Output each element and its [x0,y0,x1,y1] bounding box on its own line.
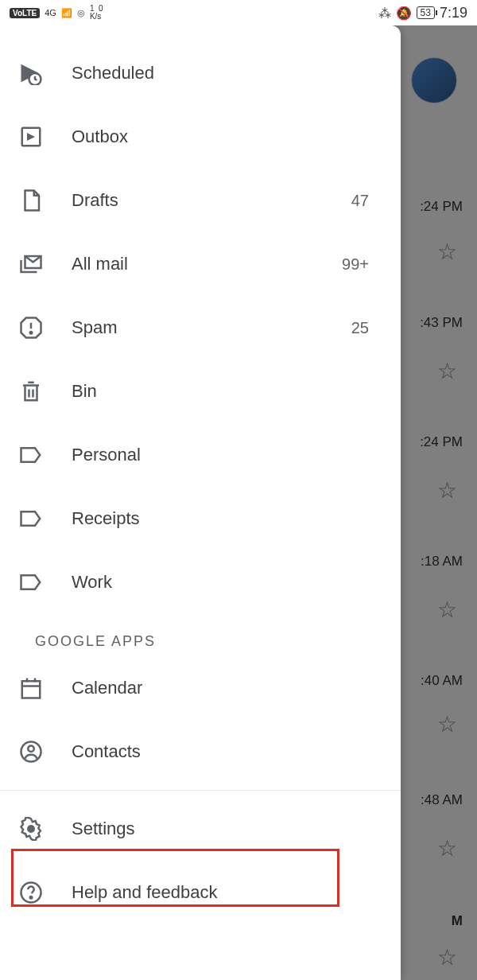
svg-point-4 [30,332,33,334]
navigation-drawer: Sent Scheduled Outbox Drafts 47 All mail… [0,25,401,980]
sidebar-item-spam[interactable]: Spam 25 [0,296,401,360]
sidebar-item-outbox[interactable]: Outbox [0,105,401,169]
drawer-label: Personal [72,445,382,465]
sidebar-item-bin[interactable]: Bin [0,360,401,423]
bluetooth-icon: ⁂ [378,6,391,21]
drawer-label: Contacts [72,741,382,762]
bin-icon [19,379,43,403]
network-indicator: 4G [45,8,56,18]
sidebar-item-help[interactable]: Help and feedback [0,861,401,924]
outbox-icon [19,125,43,149]
sent-icon [19,25,43,27]
drawer-label: Outbox [72,126,382,147]
drawer-label: Work [72,572,382,593]
clock: 7:19 [440,5,467,21]
spam-icon [19,316,43,340]
hotspot-icon: ◎ [77,8,85,18]
drafts-icon [19,189,43,212]
svg-point-10 [28,746,34,752]
sidebar-item-sent[interactable]: Sent [0,25,401,41]
sidebar-item-all-mail[interactable]: All mail 99+ [0,232,401,296]
settings-icon [19,817,43,841]
volte-badge: VoLTE [10,8,40,18]
status-right: ⁂ 🔕 53 7:19 [378,5,467,21]
sidebar-item-scheduled[interactable]: Scheduled [0,41,401,105]
svg-rect-5 [22,681,41,698]
help-icon [19,881,43,904]
drawer-count: 99+ [342,255,382,274]
drawer-label: Help and feedback [72,882,382,903]
drawer-label: All mail [72,254,313,274]
section-header-google-apps: GOOGLE APPS [0,614,401,656]
scheduled-icon [19,61,43,85]
battery-indicator: 53 [417,6,435,19]
calendar-icon [19,676,43,700]
drawer-label: Receipts [72,508,382,529]
drawer-label: Drafts [72,190,323,211]
sidebar-item-calendar[interactable]: Calendar [0,656,401,720]
label-icon [19,507,43,531]
drawer-label: Spam [72,317,323,338]
dnd-icon: 🔕 [396,6,412,21]
label-icon [19,443,43,467]
sidebar-item-personal[interactable]: Personal [0,423,401,487]
status-bar: VoLTE 4G 📶 ◎ 1 0 K/s ⁂ 🔕 53 7:19 [0,0,477,25]
sidebar-item-work[interactable]: Work [0,550,401,614]
svg-point-13 [30,896,33,899]
signal-icon: 📶 [61,8,72,18]
speed-indicator: 1 0 K/s [90,5,103,21]
status-left: VoLTE 4G 📶 ◎ 1 0 K/s [10,5,103,21]
svg-point-11 [28,826,34,832]
drawer-count: 25 [351,319,382,337]
drawer-label: Calendar [72,678,382,698]
drawer-label: Scheduled [72,63,382,84]
sidebar-item-receipts[interactable]: Receipts [0,487,401,550]
all-mail-icon [19,252,43,276]
label-icon [19,570,43,594]
contacts-icon [19,740,43,764]
drawer-label: Sent [72,25,340,27]
sidebar-item-contacts[interactable]: Contacts [0,720,401,784]
drawer-label: Bin [72,381,382,402]
drawer-label: Settings [72,819,382,839]
drawer-count: 47 [351,192,382,210]
divider [0,790,401,791]
sidebar-item-settings[interactable]: Settings [0,797,401,861]
sidebar-item-drafts[interactable]: Drafts 47 [0,169,401,232]
